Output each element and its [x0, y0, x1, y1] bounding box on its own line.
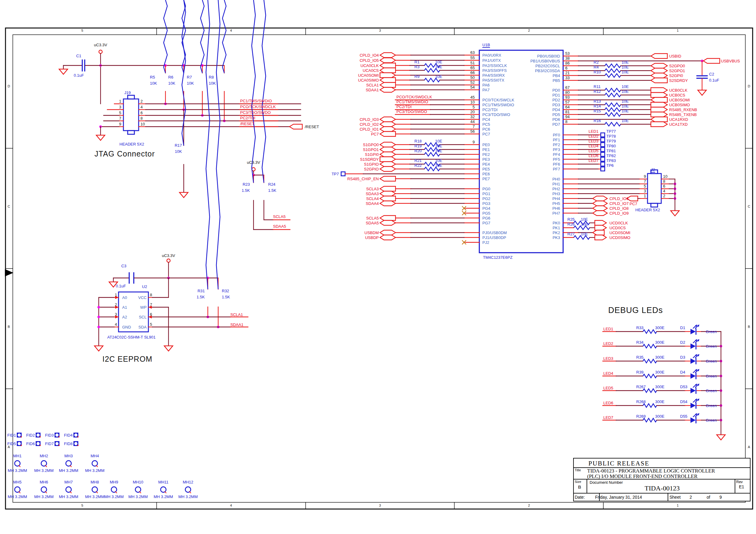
resistor-value: 10E: [622, 118, 629, 123]
resistor-value: 1.5K: [268, 188, 276, 193]
mcu-pin-name: PH0: [511, 177, 560, 181]
led-color-label: Green: [706, 359, 717, 364]
net-label: USBID: [669, 54, 681, 59]
pin-number: 6: [141, 111, 143, 115]
mcu-pin-name: PA2/SSI0CLK: [482, 63, 507, 68]
pin-number: 10: [141, 122, 145, 126]
led-color-label: Green: [706, 389, 717, 393]
resistor-value: 10E: [435, 163, 442, 168]
resistor-ref: R39: [636, 370, 644, 374]
mounting-hole-label: MH6: [33, 480, 55, 484]
mcu-pin-name: PG6: [482, 216, 490, 220]
resistor-ref: R3: [415, 64, 419, 69]
resistor-value: 300E: [655, 325, 664, 330]
mounting-hole-label: MH10: [127, 480, 149, 484]
resistor-ref: R13: [594, 99, 601, 104]
mcu-pin-name: PD7: [511, 122, 560, 127]
testpoint-label: TP77: [607, 129, 616, 134]
pin-number: 51: [456, 61, 475, 65]
resistor-value: 10E: [622, 70, 629, 74]
net-label: S1GPIO: [306, 162, 379, 166]
net-label: S2GPI0: [669, 73, 683, 78]
net-label: SDAA1: [306, 88, 379, 92]
resistor-value: 10E: [435, 60, 442, 64]
diode-ref: D55: [680, 414, 688, 419]
pin-number: 4: [663, 189, 665, 193]
fiducial-label: FID6: [26, 442, 35, 446]
pin-number: 20: [456, 110, 475, 114]
resistor-ref: R15: [594, 109, 601, 113]
mounting-hole-label: MH2: [33, 454, 55, 458]
pin-number: 9: [456, 140, 475, 144]
net-label: S1SDRDY: [306, 157, 379, 162]
mcu-pin-name: PH5: [511, 201, 560, 206]
mcu-pin-name: PB2/I2C0SCL: [511, 64, 560, 68]
net-label: UCA0SIMO: [306, 78, 379, 83]
pin-name: SDA: [128, 325, 147, 329]
pin-number: 7: [637, 179, 646, 184]
mcu-pin-name: PK1: [511, 226, 560, 230]
resistor-value: 10E: [622, 89, 629, 94]
mcu-pin-name: PC1/TMS/SWDIO: [482, 103, 514, 107]
pin-name: A1: [122, 305, 127, 310]
resistor-ref: R4: [594, 65, 599, 69]
net-label: CPLD_IO8: [609, 206, 629, 211]
net-label: LED1: [574, 129, 599, 134]
net-label: LED4: [574, 144, 599, 148]
net-label: CPLD_IO1: [306, 127, 379, 132]
net-label: PC3/TDO/SWDO: [396, 109, 427, 114]
power-net-label: uC3.3V: [156, 253, 181, 258]
mounting-hole-label: MH3: [58, 454, 79, 458]
led-color-label: Green: [706, 418, 717, 422]
resistor-value: 10E: [435, 139, 442, 143]
net-label: SCLA5: [273, 214, 285, 219]
mcu-pin-name: PC0/TCK/SWCLK: [482, 98, 514, 102]
mcu-pin-name: PJ1/USB0DP: [482, 235, 506, 240]
resistor-value: 10E: [622, 65, 629, 69]
net-label: LED2: [603, 341, 613, 346]
section-title: JTAG Connector: [94, 152, 155, 156]
capacitor-value: 0.1uF: [116, 284, 126, 288]
capacitor-ref: C1: [76, 54, 81, 58]
mcu-pin-name: PA1/U0TX: [482, 58, 500, 63]
mcu-pin-name: PF1: [511, 138, 560, 142]
mcu-pin-name: PE5: [482, 167, 490, 171]
pin-number: 54: [456, 85, 475, 89]
rev-value: E1: [739, 484, 744, 489]
doc-number-label: Document Number: [590, 480, 623, 485]
mcu-pin-name: PF0: [511, 133, 560, 137]
mcu-pin-name: PA6: [482, 83, 490, 88]
diode-ref: D4: [680, 370, 685, 374]
resistor-value: 10E: [622, 109, 629, 113]
label-layer: 5544332211DDCCBBAAuC3.3VC10.1uFR510KR610…: [0, 0, 756, 534]
net-label: UCB0SIMO: [669, 103, 690, 107]
testpoint-label: TP82: [607, 153, 616, 158]
resistor-ref: R31: [191, 289, 205, 293]
pin-number: 57: [565, 100, 570, 104]
title-row: Title TIDA-00123 - PROGRAMMABLE LOGIC CO…: [574, 468, 750, 479]
diode-ref: D53: [680, 385, 688, 389]
mounting-hole-label: MH4: [84, 454, 105, 458]
pin-number: 1: [637, 193, 646, 198]
pin-number: 6: [663, 184, 665, 189]
resistor-ref: R10: [594, 70, 601, 74]
mcu-pin-name: PA3/SSI0FFS: [482, 68, 507, 73]
resistor-ref: R17: [169, 143, 182, 148]
net-label: SDAA4: [306, 201, 379, 206]
net-label: UCD0SOMI: [609, 230, 631, 235]
testpoint-label: TP80: [607, 144, 616, 148]
mcu-pin-name: PF4: [511, 152, 560, 157]
pin-number: 8: [141, 116, 143, 120]
mounting-hole-label: MH8: [84, 480, 105, 484]
pin-number: 3: [108, 312, 117, 317]
led-color-label: Green: [706, 344, 717, 348]
mcu-pin-name: PH1: [511, 182, 560, 186]
mcu-pin-name: PJ2: [482, 240, 489, 245]
mcu-pin-name: PF2: [511, 142, 560, 147]
ic-part-number: AT24C02C-SSHM-T SL901: [107, 335, 155, 340]
pin-number: 7: [456, 124, 475, 129]
section-title: DEBUG LEDs: [608, 308, 663, 313]
net-label: PCO/TCK/SWDCLK: [240, 104, 276, 109]
net-label: USBDM: [306, 230, 379, 235]
resistor-value: 1.5K: [236, 188, 250, 193]
